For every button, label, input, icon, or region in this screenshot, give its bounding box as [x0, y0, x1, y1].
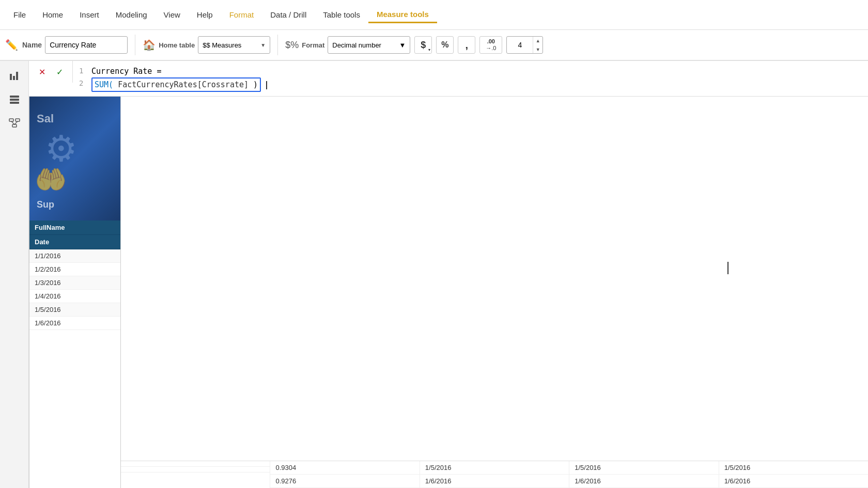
formula-buttons: ✕ ✓ [29, 61, 73, 83]
data-header-row: FullName Date [29, 221, 120, 249]
menu-measure-tools[interactable]: Measure tools [368, 7, 437, 23]
dollar-button[interactable]: $ ▾ [414, 36, 432, 54]
data-view-icon [9, 95, 20, 106]
spinner-up-button[interactable]: ▲ [533, 36, 542, 45]
menu-modeling[interactable]: Modeling [107, 7, 156, 22]
sep2 [277, 35, 278, 55]
menu-help[interactable]: Help [189, 7, 221, 22]
home-table-label: Home table [159, 41, 195, 49]
bottom-cell-date2-2: 1/6/2016 [569, 475, 718, 488]
thumbnail-sup-text: Sup [37, 199, 54, 210]
menu-format[interactable]: Format [221, 7, 262, 22]
formula-line-2-text: SUM( FactCurrencyRates[Crossrate] ) [91, 77, 862, 92]
list-item: 1/2/2016 [29, 263, 120, 276]
formula-bar: ✕ ✓ 1 Currency Rate = 2 SUM( FactCurrenc… [29, 61, 868, 97]
bottom-cell-value-1: 0.9304 [270, 461, 419, 475]
bottom-cell-date3-1: 1/5/2016 [719, 461, 868, 475]
list-item: 1/4/2016 [29, 290, 120, 303]
formula-selected-box: SUM( FactCurrencyRates[Crossrate] ) [91, 77, 261, 92]
data-table: FullName Date 1/1/2016 1/2/2016 1/3/2016… [29, 221, 120, 488]
dollar-dropdown-arrow-icon: ▾ [428, 48, 430, 52]
menu-insert[interactable]: Insert [71, 7, 107, 22]
bottom-col-value: 0.9304 0.9276 [270, 461, 420, 488]
thumbnail-gear-icon: ⚙ [45, 128, 78, 170]
decimal-spinner-input[interactable] [507, 41, 533, 49]
bottom-col-empty-1 [121, 461, 270, 488]
bottom-cell-date2-1: 1/5/2016 [569, 461, 718, 475]
data-thumbnail: Sal ⚙ 🤲 Sup [29, 97, 121, 221]
ribbon: ✏️ Name 🏠 Home table $$ Measures ▼ $% Fo… [0, 30, 868, 61]
menu-data-drill[interactable]: Data / Drill [262, 7, 315, 22]
decimal-arrow-icon: →.0 [486, 45, 496, 52]
ribbon-home-table-group: 🏠 Home table $$ Measures ▼ [143, 36, 270, 54]
bottom-cell-value-2: 0.9276 [270, 475, 419, 488]
format-dropdown-arrow-icon: ▼ [399, 41, 406, 49]
comma-button[interactable]: , [458, 36, 475, 54]
svg-line-9 [11, 121, 14, 124]
menu-table-tools[interactable]: Table tools [315, 7, 368, 22]
formula-line-1: 1 Currency Rate = [79, 65, 862, 77]
dropdown-arrow-icon: ▼ [260, 42, 266, 48]
ribbon-name-group: ✏️ Name [5, 36, 128, 54]
formula-line-1-text: Currency Rate = [91, 65, 862, 77]
svg-rect-1 [13, 76, 15, 80]
home-table-dropdown[interactable]: $$ Measures ▼ [198, 36, 270, 54]
icon-bar [0, 61, 29, 488]
icon-bar-report[interactable] [4, 66, 25, 87]
list-item: 1/6/2016 [29, 317, 120, 330]
bottom-cell-date1-1: 1/5/2016 [420, 461, 569, 475]
svg-rect-2 [16, 72, 18, 80]
decimal-decrease-button[interactable]: .00 →.0 [479, 36, 502, 54]
list-item: 1/3/2016 [29, 276, 120, 290]
line-number-2: 2 [79, 77, 91, 89]
svg-rect-0 [10, 74, 12, 80]
svg-rect-7 [16, 119, 20, 121]
field-reference: FactCurrencyRates[Crossrate] [113, 80, 253, 89]
ribbon-format-group: $% Format Decimal number ▼ [285, 36, 410, 54]
svg-rect-3 [10, 96, 19, 98]
svg-rect-4 [10, 99, 19, 101]
bottom-col-date3: 1/5/2016 1/6/2016 [719, 461, 868, 488]
spinner-down-button[interactable]: ▼ [533, 45, 542, 54]
menu-home[interactable]: Home [34, 7, 71, 22]
sep1 [135, 35, 135, 55]
formula-line-2: 2 SUM( FactCurrencyRates[Crossrate] ) [79, 77, 862, 92]
format-type-value: Decimal number [332, 41, 381, 49]
main-layout: ✕ ✓ 1 Currency Rate = 2 SUM( FactCurrenc… [0, 61, 868, 488]
cancel-button[interactable]: ✕ [35, 65, 49, 78]
svg-rect-5 [10, 102, 19, 104]
home-icon: 🏠 [143, 39, 156, 51]
list-item: 1/1/2016 [29, 249, 120, 263]
closing-paren: ) [253, 80, 258, 89]
bottom-col-date2: 1/5/2016 1/6/2016 [569, 461, 719, 488]
format-label: Format [302, 41, 324, 49]
bottom-cell-empty-1a [121, 461, 270, 467]
bottom-cell-date3-2: 1/6/2016 [719, 475, 868, 488]
icon-bar-model[interactable] [4, 114, 25, 134]
percent-button[interactable]: % [436, 36, 454, 54]
editor-area: ✕ ✓ 1 Currency Rate = 2 SUM( FactCurrenc… [29, 61, 868, 488]
editor-main[interactable]: 0.9304 0.9276 1/5/2016 1/6/2016 1/5/2016… [121, 97, 868, 488]
bottom-col-date1: 1/5/2016 1/6/2016 [420, 461, 569, 488]
comma-icon: , [466, 39, 469, 51]
menu-file[interactable]: File [5, 7, 34, 22]
menu-view[interactable]: View [156, 7, 189, 22]
model-view-icon [9, 118, 20, 130]
icon-bar-data[interactable] [4, 90, 25, 111]
list-item: 1/5/2016 [29, 303, 120, 317]
formula-editor[interactable]: 1 Currency Rate = 2 SUM( FactCurrencyRat… [73, 61, 868, 96]
text-cursor [266, 81, 267, 89]
decimal-format-icon: .00 [487, 38, 495, 45]
fullname-header: FullName [29, 221, 120, 235]
confirm-button[interactable]: ✓ [53, 65, 66, 78]
bottom-cell-date1-2: 1/6/2016 [420, 475, 569, 488]
bottom-data-rows: 0.9304 0.9276 1/5/2016 1/6/2016 1/5/2016… [121, 461, 868, 488]
decimal-spinner[interactable]: ▲ ▼ [506, 36, 543, 54]
report-view-icon [9, 71, 20, 82]
name-label: Name [22, 41, 42, 49]
percent-icon: % [441, 40, 448, 50]
name-input[interactable] [45, 36, 128, 54]
format-type-dropdown[interactable]: Decimal number ▼ [328, 36, 410, 54]
svg-line-10 [14, 121, 18, 124]
line-number-1: 1 [79, 65, 91, 76]
